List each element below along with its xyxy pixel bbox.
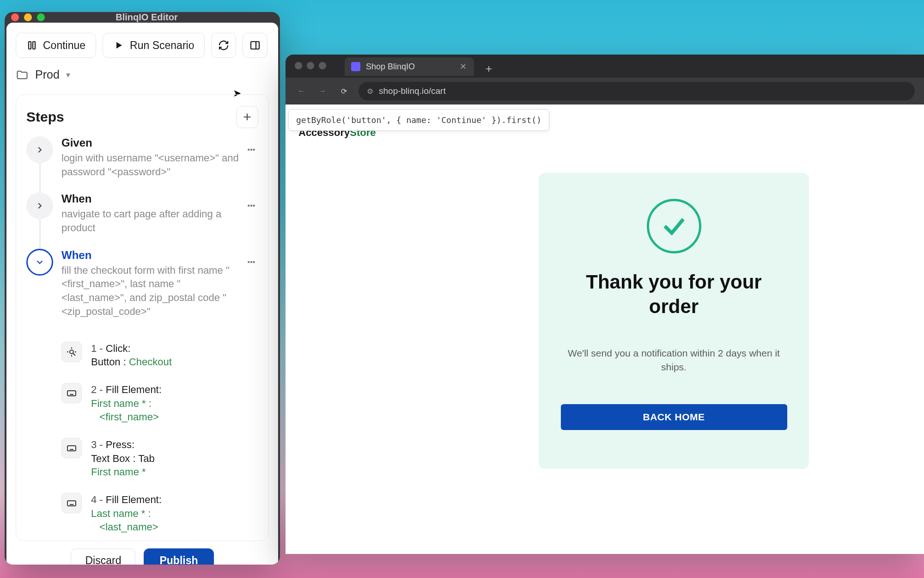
window-title: BlinqIO Editor (20, 12, 274, 23)
keyboard-icon (61, 438, 82, 458)
confirmation-subtitle: We'll send you a notification within 2 d… (559, 346, 789, 375)
ellipsis-icon: ••• (248, 146, 255, 154)
editor-toolbar: Continue Run Scenario (16, 33, 269, 58)
substep-text: 4 - Fill Element: Last name * : <last_na… (91, 493, 162, 534)
editor-body: ➤ Continue Run Scenario Prod ▾ (6, 23, 278, 565)
click-action-icon (61, 342, 82, 362)
steps-heading: Steps (26, 109, 64, 125)
editor-window: BlinqIO Editor ➤ Continue Run Scenario P… (5, 12, 280, 565)
page-content: AccessoryStore Thank you for your order … (286, 105, 924, 554)
chevron-right-icon (35, 145, 45, 155)
refresh-icon (218, 40, 229, 51)
svg-rect-0 (29, 42, 31, 49)
back-home-button[interactable]: BACK HOME (561, 404, 787, 430)
url-field[interactable]: ⚙︎ shop-blinq.io/cart (359, 82, 915, 100)
folder-icon (16, 68, 29, 81)
window-minimize-icon[interactable] (307, 62, 314, 69)
browser-window: Shop BlinqIO ✕ ＋ ← → ⟳ ⚙︎ shop-blinq.io/… (286, 55, 924, 554)
plus-icon: + (243, 109, 251, 125)
panel-toggle-button[interactable] (243, 33, 267, 58)
substep-text: 3 - Press: Text Box : Tab First name * (91, 438, 155, 479)
confirmation-title: Thank you for your order (559, 270, 789, 319)
browser-chrome: Shop BlinqIO ✕ ＋ ← → ⟳ ⚙︎ shop-blinq.io/… (286, 55, 924, 105)
step-connector (39, 219, 41, 248)
step-more-button[interactable]: ••• (244, 199, 258, 213)
run-label: Run Scenario (130, 39, 194, 52)
chevron-right-icon (35, 201, 45, 211)
url-text: shop-blinq.io/cart (379, 86, 446, 96)
pause-icon (26, 40, 37, 51)
keyboard-icon (61, 493, 82, 513)
discard-button[interactable]: Discard (71, 548, 135, 565)
step-description: login with username "<username>" and pas… (61, 151, 240, 178)
substep-item[interactable]: 1 - Click: Button : Checkout (61, 342, 258, 369)
ellipsis-icon: ••• (248, 202, 255, 210)
address-bar: ← → ⟳ ⚙︎ shop-blinq.io/cart (286, 78, 924, 105)
step-keyword: When (61, 192, 240, 205)
substep-text: 1 - Click: Button : Checkout (91, 342, 172, 369)
step-keyword: Given (61, 136, 240, 149)
tab-title: Shop BlinqIO (366, 62, 415, 72)
refresh-button[interactable] (211, 33, 236, 58)
play-icon (113, 40, 124, 51)
browser-tab[interactable]: Shop BlinqIO ✕ (345, 57, 474, 76)
svg-rect-2 (251, 42, 259, 49)
step-expand-button[interactable] (26, 136, 53, 163)
substep-item[interactable]: 2 - Fill Element: First name * : <first_… (61, 383, 258, 424)
editor-footer: Discard Publish (16, 548, 269, 565)
editor-titlebar: BlinqIO Editor (5, 12, 280, 23)
tab-favicon-icon (351, 62, 360, 71)
success-check-icon (647, 199, 701, 253)
step-item[interactable]: When navigate to cart page after adding … (26, 192, 258, 234)
step-collapse-button[interactable] (26, 249, 53, 276)
step-item-active[interactable]: When fill the checkout form with first n… (26, 249, 258, 319)
steps-card: Steps + Given login with username "<user… (16, 94, 269, 541)
panel-right-icon (249, 40, 261, 51)
window-close-icon[interactable] (295, 62, 302, 69)
continue-button[interactable]: Continue (16, 33, 96, 58)
steps-list: Given login with username "<username>" a… (26, 136, 258, 534)
tab-strip: Shop BlinqIO ✕ ＋ (286, 55, 924, 78)
step-description: fill the checkout form with first name "… (61, 264, 240, 319)
selector-tooltip: getByRole('button', { name: 'Continue' }… (288, 109, 549, 131)
substeps-list: 1 - Click: Button : Checkout 2 - Fill El… (61, 342, 258, 535)
continue-label: Continue (43, 39, 85, 52)
substep-item[interactable]: 3 - Press: Text Box : Tab First name * (61, 438, 258, 479)
step-more-button[interactable]: ••• (244, 143, 258, 157)
ellipsis-icon: ••• (248, 258, 255, 266)
svg-rect-7 (67, 501, 76, 506)
order-confirmation-card: Thank you for your order We'll send you … (539, 173, 809, 469)
tab-close-button[interactable]: ✕ (460, 61, 467, 72)
substep-item[interactable]: 4 - Fill Element: Last name * : <last_na… (61, 493, 258, 534)
new-tab-button[interactable]: ＋ (483, 61, 494, 76)
window-zoom-icon[interactable] (319, 62, 326, 69)
chevron-down-icon: ▾ (66, 70, 70, 80)
svg-rect-5 (67, 391, 76, 396)
environment-selector[interactable]: Prod ▾ (16, 68, 269, 81)
publish-button[interactable]: Publish (144, 548, 213, 565)
step-item[interactable]: Given login with username "<username>" a… (26, 136, 258, 178)
site-info-icon[interactable]: ⚙︎ (367, 87, 373, 96)
nav-forward-button: → (316, 87, 329, 95)
environment-name: Prod (35, 68, 60, 81)
step-description: navigate to cart page after adding a pro… (61, 207, 240, 234)
browser-traffic-lights[interactable] (295, 62, 326, 69)
add-step-button[interactable]: + (236, 106, 258, 128)
step-more-button[interactable]: ••• (244, 255, 258, 269)
chevron-down-icon (35, 257, 45, 267)
step-connector (39, 163, 41, 192)
svg-rect-1 (33, 42, 35, 49)
run-scenario-button[interactable]: Run Scenario (103, 33, 205, 58)
window-close-icon[interactable] (11, 13, 19, 21)
nav-back-button[interactable]: ← (295, 87, 308, 95)
keyboard-icon (61, 383, 82, 403)
step-expand-button[interactable] (26, 192, 53, 219)
substep-text: 2 - Fill Element: First name * : <first_… (91, 383, 162, 424)
svg-rect-6 (67, 446, 76, 451)
nav-reload-button[interactable]: ⟳ (337, 87, 350, 96)
step-keyword: When (61, 249, 240, 262)
